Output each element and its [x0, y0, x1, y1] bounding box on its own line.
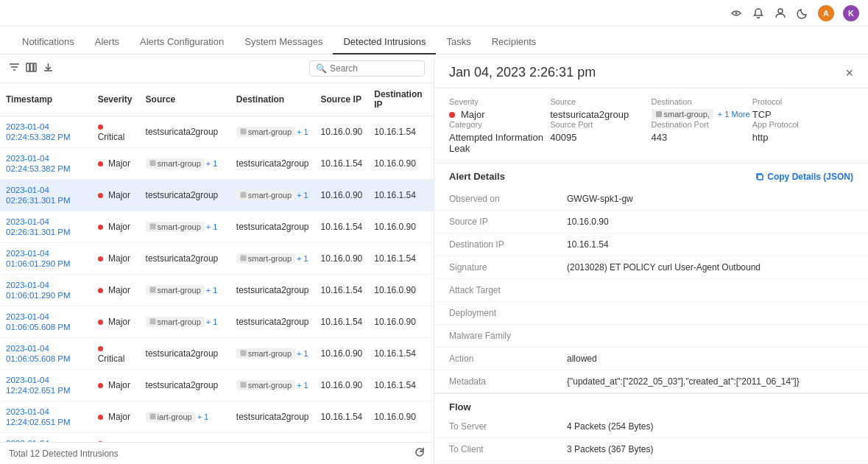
- source-cell: smart-group+ 1: [140, 148, 230, 180]
- filter-icon[interactable]: [9, 62, 20, 75]
- dest-more-tag[interactable]: + 1 More: [718, 110, 750, 119]
- table-row[interactable]: 2023-01-04 12:24:02.651 PM Major testsur…: [0, 370, 434, 401]
- close-button[interactable]: ×: [845, 66, 853, 80]
- flow-field-row: To Client3 Packets (367 Bytes): [434, 438, 868, 461]
- tab-alerts-config[interactable]: Alerts Configuration: [130, 30, 234, 55]
- table-row[interactable]: 2023-01-04 02:24:53.382 PM Major smart-g…: [0, 148, 434, 180]
- columns-icon[interactable]: [26, 62, 37, 75]
- field-value: 10.16.0.90: [552, 211, 868, 233]
- meta-category-value: Attempted Information Leak: [449, 132, 550, 154]
- user-icon[interactable]: [774, 7, 787, 20]
- destination-cell: smart-group+ 1: [230, 243, 315, 275]
- table-row[interactable]: 2023-01-04 01:06:01.290 PM Major testsur…: [0, 243, 434, 275]
- download-icon[interactable]: [43, 62, 54, 75]
- severity-indicator: [98, 288, 103, 293]
- destination-cell: smart-group+ 1: [230, 370, 315, 401]
- dest-more[interactable]: + 1: [297, 191, 308, 200]
- severity-cell: Major: [92, 243, 140, 275]
- source-more[interactable]: + 1: [206, 159, 218, 168]
- dest-group-tag: smart-group,: [652, 109, 713, 119]
- table-row[interactable]: 2023-01-04 02:26:31.301 PM Major testsur…: [0, 180, 434, 211]
- tab-detected-intrusions[interactable]: Detected Intrusions: [333, 30, 436, 55]
- table-row[interactable]: 2023-01-04 02:24:53.382 PM Critical test…: [0, 116, 434, 148]
- table-row[interactable]: 2023-01-04 12:24:02.651 PM Major iart-gr…: [0, 401, 434, 433]
- svg-rect-11: [149, 319, 155, 325]
- tab-notifications[interactable]: Notifications: [12, 30, 85, 55]
- timestamp-link[interactable]: 2023-01-04 02:26:31.301 PM: [6, 217, 71, 236]
- meta-source-port: Source Port 40095: [550, 120, 651, 154]
- detail-field-row: Destination IP10.16.1.54: [434, 233, 868, 256]
- table-row[interactable]: 2023-01-04 02:26:31.301 PM Major smart-g…: [0, 211, 434, 243]
- meta-source-label: Source: [550, 97, 651, 106]
- source-ip-cell: 10.16.0.90: [315, 370, 369, 401]
- timestamp-link[interactable]: 2023-01-04 01:06:05.608 PM: [6, 344, 71, 363]
- timestamp-link[interactable]: 2023-01-04 01:06:01.290 PM: [6, 281, 71, 300]
- main-layout: 🔍 Timestamp Severity Source Destination …: [0, 55, 868, 464]
- source-more[interactable]: + 1: [197, 412, 209, 421]
- dest-more[interactable]: + 1: [297, 381, 308, 390]
- svg-rect-12: [240, 351, 246, 356]
- meta-protocol: Protocol TCP: [752, 97, 853, 120]
- moon-icon[interactable]: [796, 7, 809, 20]
- meta-category: Category Attempted Information Leak: [449, 120, 550, 154]
- meta-grid: Severity Major Source testsuricata2group…: [434, 88, 868, 164]
- severity-indicator: [98, 415, 103, 420]
- dest-more[interactable]: + 1: [297, 349, 308, 358]
- source-more[interactable]: + 1: [206, 286, 218, 295]
- avatar-k[interactable]: K: [843, 5, 859, 21]
- destination-cell: testsuricata2group: [230, 401, 315, 433]
- tab-recipients[interactable]: Recipients: [481, 30, 547, 55]
- dest-group-tag: smart-group: [236, 380, 295, 390]
- table-row[interactable]: 2023-01-04 12:20:48.580 PM Critical test…: [0, 433, 434, 443]
- meta-app-protocol-value: http: [752, 132, 853, 143]
- search-input[interactable]: [330, 63, 418, 74]
- tab-alerts[interactable]: Alerts: [85, 30, 130, 55]
- field-value: (2013028) ET POLICY curl User-Agent Outb…: [552, 256, 868, 279]
- broadcast-icon[interactable]: [730, 7, 743, 20]
- destination-cell: smart-group+ 1: [230, 338, 315, 370]
- source-more[interactable]: + 1: [206, 317, 218, 326]
- table-row[interactable]: 2023-01-04 01:06:01.290 PM Major smart-g…: [0, 275, 434, 306]
- source-more[interactable]: + 1: [206, 222, 218, 231]
- timestamp-link[interactable]: 2023-01-04 12:24:02.651 PM: [6, 376, 71, 395]
- avatar-a[interactable]: A: [818, 5, 834, 21]
- field-label: Source IP: [434, 211, 552, 233]
- copy-details-link[interactable]: Copy Details (JSON): [755, 172, 853, 182]
- table-row[interactable]: 2023-01-04 01:06:05.608 PM Major smart-g…: [0, 306, 434, 338]
- field-label: Metadata: [434, 370, 552, 393]
- meta-destination-label: Destination: [652, 97, 752, 106]
- source-group-tag: smart-group: [146, 222, 205, 232]
- timestamp-link[interactable]: 2023-01-04 02:24:53.382 PM: [6, 122, 71, 141]
- total-count: Total 12 Detected Intrusions: [9, 449, 119, 459]
- flow-field-row: To Server4 Packets (254 Bytes): [434, 415, 868, 438]
- timestamp-link[interactable]: 2023-01-04 02:24:53.382 PM: [6, 154, 71, 173]
- svg-rect-7: [240, 192, 246, 198]
- refresh-icon[interactable]: [414, 447, 425, 460]
- dest-ip-cell: 10.16.0.90: [368, 306, 434, 338]
- severity-cell: Major: [92, 180, 140, 211]
- timestamp-link[interactable]: 2023-01-04 12:24:02.651 PM: [6, 407, 71, 426]
- alert-details-label: Alert Details: [449, 171, 505, 182]
- table-row[interactable]: 2023-01-04 01:06:05.608 PM Critical test…: [0, 338, 434, 370]
- dest-more[interactable]: + 1: [297, 127, 308, 136]
- timestamp-link[interactable]: 2023-01-04 02:26:31.301 PM: [6, 186, 71, 205]
- field-value: 10.16.1.54: [552, 233, 868, 256]
- flow-field-label: Start: [434, 461, 552, 465]
- source-ip-cell: 10.16.1.54: [315, 401, 369, 433]
- timestamp-link[interactable]: 2023-01-04 01:06:05.608 PM: [6, 312, 71, 331]
- destination-cell: testsuricata2group: [230, 211, 315, 243]
- dest-more[interactable]: + 1: [297, 254, 308, 263]
- timestamp-link[interactable]: 2023-01-04 01:06:01.290 PM: [6, 249, 71, 268]
- severity-cell: Major: [92, 401, 140, 433]
- meta-severity-label: Severity: [449, 97, 550, 106]
- meta-severity-value: Major: [449, 109, 550, 120]
- source-group-tag: smart-group: [146, 158, 205, 169]
- bell-icon[interactable]: [752, 7, 765, 20]
- tab-tasks[interactable]: Tasks: [436, 30, 481, 55]
- severity-indicator: [98, 256, 103, 261]
- flow-field-value: 4 Packets (254 Bytes): [552, 415, 868, 438]
- svg-rect-2: [27, 63, 29, 71]
- field-value: GWGW-spk1-gw: [552, 188, 868, 211]
- tab-system-messages[interactable]: System Messages: [234, 30, 333, 55]
- detail-field-row: Metadata{"updated_at":["2022_05_03"],"cr…: [434, 370, 868, 393]
